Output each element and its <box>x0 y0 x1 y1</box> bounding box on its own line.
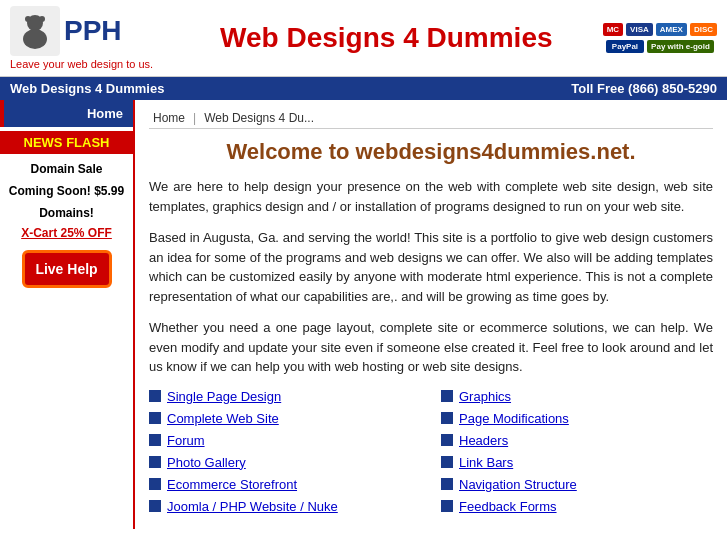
breadcrumb-sep: | <box>193 111 196 125</box>
links-col-left: Single Page Design Complete Web Site For… <box>149 389 421 521</box>
live-help-button[interactable]: Live Help <box>22 250 112 288</box>
link-item: Forum <box>149 433 421 448</box>
link-item: Link Bars <box>441 455 713 470</box>
news-flash-label: NEWS FLASH <box>0 131 133 154</box>
link-bullet-icon <box>441 500 453 512</box>
logo-text: PPH <box>64 15 122 47</box>
link-item: Photo Gallery <box>149 455 421 470</box>
xcart-link[interactable]: X-Cart 25% OFF <box>0 224 133 242</box>
main-layout: Home NEWS FLASH Domain Sale Coming Soon!… <box>0 100 727 529</box>
link-item: Page Modifications <box>441 411 713 426</box>
link-item: Headers <box>441 433 713 448</box>
link-bullet-icon <box>441 434 453 446</box>
svg-point-2 <box>25 16 31 22</box>
page-header: PPH Leave your web design to us. Web Des… <box>0 0 727 77</box>
payment-row-2: PayPal Pay with e-gold <box>606 40 714 53</box>
mastercard-icon: MC <box>603 23 623 36</box>
site-title-area: Web Designs 4 Dummies <box>170 22 603 54</box>
domain-sale-line3: Domains! <box>0 202 133 224</box>
link-item: Feedback Forms <box>441 499 713 514</box>
link-text[interactable]: Graphics <box>459 389 511 404</box>
logo-area: PPH Leave your web design to us. <box>10 6 170 70</box>
discover-icon: DISC <box>690 23 717 36</box>
breadcrumb-home[interactable]: Home <box>153 111 185 125</box>
link-text[interactable]: Feedback Forms <box>459 499 557 514</box>
svg-point-1 <box>23 29 47 49</box>
link-text[interactable]: Ecommerce Storefront <box>167 477 297 492</box>
nav-bar-title: Web Designs 4 Dummies <box>10 81 164 96</box>
content-para-3: Whether you need a one page layout, comp… <box>149 318 713 377</box>
link-bullet-icon <box>149 390 161 402</box>
link-text[interactable]: Photo Gallery <box>167 455 246 470</box>
logo-dog-icon <box>10 6 60 56</box>
link-text[interactable]: Forum <box>167 433 205 448</box>
logo-tagline: Leave your web design to us. <box>10 58 170 70</box>
link-bullet-icon <box>149 412 161 424</box>
paypal-icon: PayPal <box>606 40 644 53</box>
amex-icon: AMEX <box>656 23 687 36</box>
breadcrumb: Home | Web Designs 4 Du... <box>149 108 713 129</box>
link-item: Ecommerce Storefront <box>149 477 421 492</box>
egold-icon: Pay with e-gold <box>647 40 714 53</box>
links-col-right: Graphics Page Modifications Headers Link… <box>441 389 713 521</box>
link-item: Navigation Structure <box>441 477 713 492</box>
link-bullet-icon <box>441 412 453 424</box>
link-bullet-icon <box>149 500 161 512</box>
link-bullet-icon <box>441 390 453 402</box>
domain-sale-line1: Domain Sale <box>0 158 133 180</box>
breadcrumb-current: Web Designs 4 Du... <box>204 111 314 125</box>
link-bullet-icon <box>441 478 453 490</box>
link-bullet-icon <box>149 456 161 468</box>
link-text[interactable]: Single Page Design <box>167 389 281 404</box>
sidebar-item-home[interactable]: Home <box>0 100 133 127</box>
link-text[interactable]: Navigation Structure <box>459 477 577 492</box>
payment-row-1: MC VISA AMEX DISC <box>603 23 717 36</box>
logo-image: PPH <box>10 6 170 56</box>
site-title: Web Designs 4 Dummies <box>170 22 603 54</box>
link-text[interactable]: Joomla / PHP Website / Nuke <box>167 499 338 514</box>
payment-icons: MC VISA AMEX DISC PayPal Pay with e-gold <box>603 23 717 53</box>
domain-sale-line2: Coming Soon! $5.99 <box>0 180 133 202</box>
link-text[interactable]: Link Bars <box>459 455 513 470</box>
toll-free-number: Toll Free (866) 850-5290 <box>571 81 717 96</box>
content-para-2: Based in Augusta, Ga. and serving the wo… <box>149 228 713 306</box>
link-text[interactable]: Complete Web Site <box>167 411 279 426</box>
welcome-heading: Welcome to webdesigns4dummies.net. <box>149 139 713 165</box>
nav-bar: Web Designs 4 Dummies Toll Free (866) 85… <box>0 77 727 100</box>
link-text[interactable]: Headers <box>459 433 508 448</box>
link-item: Complete Web Site <box>149 411 421 426</box>
links-grid: Single Page Design Complete Web Site For… <box>149 389 713 521</box>
svg-point-3 <box>39 16 45 22</box>
visa-icon: VISA <box>626 23 653 36</box>
content-area: Home | Web Designs 4 Du... Welcome to we… <box>135 100 727 529</box>
link-bullet-icon <box>441 456 453 468</box>
link-item: Joomla / PHP Website / Nuke <box>149 499 421 514</box>
link-bullet-icon <box>149 478 161 490</box>
sidebar: Home NEWS FLASH Domain Sale Coming Soon!… <box>0 100 135 529</box>
link-bullet-icon <box>149 434 161 446</box>
content-para-1: We are here to help design your presence… <box>149 177 713 216</box>
link-item: Graphics <box>441 389 713 404</box>
link-text[interactable]: Page Modifications <box>459 411 569 426</box>
link-item: Single Page Design <box>149 389 421 404</box>
